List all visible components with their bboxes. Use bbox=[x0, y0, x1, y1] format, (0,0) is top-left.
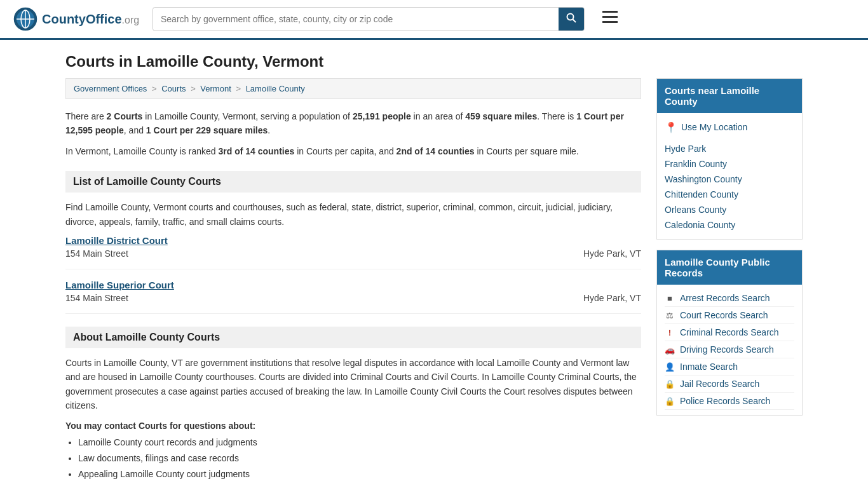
list-item: Lamoille County court records and judgme… bbox=[78, 435, 641, 451]
driving-icon: 🚗 bbox=[665, 344, 675, 355]
header: CountyOffice.org bbox=[0, 0, 868, 40]
sidebar-nearby-title: Courts near Lamoille County bbox=[657, 79, 802, 113]
sidebar: Courts near Lamoille County 📍 Use My Loc… bbox=[656, 78, 803, 482]
court-row-district: 154 Main Street Hyde Park, VT bbox=[65, 248, 641, 259]
rank-capita: 3rd of 14 counties bbox=[218, 146, 294, 156]
nearby-link-washingtonCounty[interactable]: Washington County bbox=[665, 172, 794, 187]
court-icon: ⚖ bbox=[665, 310, 675, 320]
stats-paragraph-2: In Vermont, Lamoille County is ranked 3r… bbox=[65, 144, 641, 158]
list-section-description: Find Lamoille County, Vermont courts and… bbox=[65, 200, 641, 229]
area: 459 square miles bbox=[465, 111, 537, 121]
court-address-district: 154 Main Street bbox=[65, 248, 128, 259]
record-label-court: Court Records Search bbox=[680, 310, 768, 320]
svg-rect-9 bbox=[602, 16, 618, 18]
list-item: Law documents, filings and case records bbox=[78, 451, 641, 466]
location-icon: 📍 bbox=[665, 121, 677, 133]
nearby-link-caledoniaCounty[interactable]: Caledonia County bbox=[665, 217, 794, 233]
jail-icon: 🔒 bbox=[665, 379, 675, 389]
breadcrumb-link-courts[interactable]: Courts bbox=[161, 84, 186, 93]
use-my-location-link[interactable]: Use My Location bbox=[681, 119, 747, 135]
per-sqmile: 1 Court per 229 square miles bbox=[146, 125, 268, 135]
record-label-police: Police Records Search bbox=[680, 396, 770, 406]
about-section-header: About Lamoille County Courts bbox=[65, 327, 641, 348]
court-location-superior: Hyde Park, VT bbox=[583, 293, 641, 303]
inmate-icon: 👤 bbox=[665, 362, 675, 372]
population: 25,191 people bbox=[353, 111, 411, 121]
record-link-inmate[interactable]: 👤 Inmate Search bbox=[665, 358, 794, 376]
hamburger-icon bbox=[602, 11, 618, 24]
record-link-police[interactable]: 🔒 Police Records Search bbox=[665, 393, 794, 410]
court-location-district: Hyde Park, VT bbox=[583, 248, 641, 259]
main-content: Government Offices > Courts > Vermont > … bbox=[65, 78, 641, 482]
breadcrumb-link-vermont[interactable]: Vermont bbox=[200, 84, 231, 93]
svg-rect-8 bbox=[602, 11, 618, 13]
page-title: Courts in Lamoille County, Vermont bbox=[65, 53, 803, 71]
sidebar-nearby-box: Courts near Lamoille County 📍 Use My Loc… bbox=[656, 78, 803, 240]
record-label-criminal: Criminal Records Search bbox=[680, 327, 779, 337]
nearby-link-hydePark[interactable]: Hyde Park bbox=[665, 141, 794, 156]
page-container: Courts in Lamoille County, Vermont Gover… bbox=[53, 40, 815, 488]
logo-icon bbox=[13, 6, 38, 32]
court-entry-district: Lamoille District Court 154 Main Street … bbox=[65, 235, 641, 269]
arrest-icon: ■ bbox=[665, 293, 675, 303]
record-link-arrest[interactable]: ■ Arrest Records Search bbox=[665, 290, 794, 307]
breadcrumb-sep-2: > bbox=[191, 84, 198, 93]
list-item: Appealing Lamoille County court judgment… bbox=[78, 466, 641, 482]
use-my-location[interactable]: 📍 Use My Location bbox=[665, 119, 794, 135]
about-description: Courts in Lamoille County, VT are govern… bbox=[65, 356, 641, 413]
record-link-court[interactable]: ⚖ Court Records Search bbox=[665, 307, 794, 324]
record-label-driving: Driving Records Search bbox=[680, 344, 774, 355]
menu-button[interactable] bbox=[597, 8, 623, 30]
record-link-driving[interactable]: 🚗 Driving Records Search bbox=[665, 341, 794, 358]
svg-rect-10 bbox=[602, 21, 618, 23]
breadcrumb-sep-1: > bbox=[152, 84, 159, 93]
search-input[interactable] bbox=[153, 9, 559, 29]
search-button[interactable] bbox=[559, 8, 584, 30]
court-name-district[interactable]: Lamoille District Court bbox=[65, 235, 641, 246]
nearby-link-franklinCounty[interactable]: Franklin County bbox=[665, 156, 794, 172]
main-layout: Government Offices > Courts > Vermont > … bbox=[65, 78, 803, 482]
logo-text: CountyOffice.org bbox=[42, 12, 139, 27]
criminal-icon: ! bbox=[665, 327, 675, 337]
breadcrumb-link-gov[interactable]: Government Offices bbox=[74, 84, 147, 93]
court-address-superior: 154 Main Street bbox=[65, 293, 128, 303]
record-label-arrest: Arrest Records Search bbox=[680, 293, 770, 303]
court-row-superior: 154 Main Street Hyde Park, VT bbox=[65, 293, 641, 303]
court-entry-superior: Lamoille Superior Court 154 Main Street … bbox=[65, 280, 641, 314]
sidebar-records-content: ■ Arrest Records Search ⚖ Court Records … bbox=[657, 285, 802, 415]
record-label-inmate: Inmate Search bbox=[680, 362, 738, 372]
logo-area: CountyOffice.org bbox=[13, 6, 140, 32]
svg-point-6 bbox=[567, 14, 574, 20]
rank-sqmile: 2nd of 14 counties bbox=[397, 146, 475, 156]
court-name-superior[interactable]: Lamoille Superior Court bbox=[65, 280, 641, 290]
record-link-jail[interactable]: 🔒 Jail Records Search bbox=[665, 376, 794, 393]
breadcrumb: Government Offices > Courts > Vermont > … bbox=[65, 78, 641, 99]
sidebar-records-box: Lamoille County Public Records ■ Arrest … bbox=[656, 250, 803, 416]
courts-count: 2 Courts bbox=[107, 111, 143, 121]
breadcrumb-sep-3: > bbox=[236, 84, 243, 93]
sidebar-nearby-content: 📍 Use My Location Hyde Park Franklin Cou… bbox=[657, 113, 802, 239]
search-icon bbox=[566, 13, 576, 23]
police-icon: 🔒 bbox=[665, 396, 675, 406]
nearby-link-chittendenCounty[interactable]: Chittenden County bbox=[665, 187, 794, 202]
list-section-header: List of Lamoille County Courts bbox=[65, 171, 641, 193]
contact-list: Lamoille County court records and judgme… bbox=[65, 435, 641, 483]
search-bar bbox=[153, 7, 585, 31]
stats-paragraph-1: There are 2 Courts in Lamoille County, V… bbox=[65, 109, 641, 138]
record-label-jail: Jail Records Search bbox=[680, 379, 759, 389]
svg-line-7 bbox=[573, 20, 576, 23]
nearby-link-orleansCounty[interactable]: Orleans County bbox=[665, 202, 794, 217]
breadcrumb-link-lamoille[interactable]: Lamoille County bbox=[246, 84, 305, 93]
sidebar-records-title: Lamoille County Public Records bbox=[657, 250, 802, 285]
record-link-criminal[interactable]: ! Criminal Records Search bbox=[665, 324, 794, 341]
contact-header: You may contact Courts for questions abo… bbox=[65, 421, 641, 431]
